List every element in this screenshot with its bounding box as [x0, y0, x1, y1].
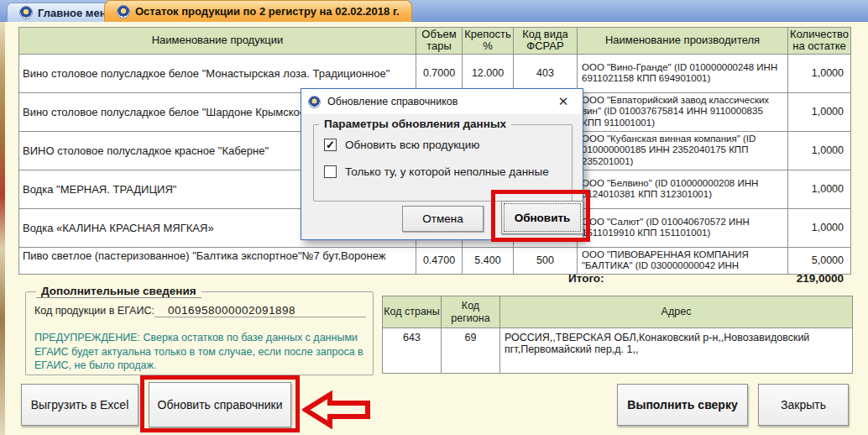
- cell-volume: 0.7000: [416, 54, 463, 92]
- checkbox-incomplete-only-row[interactable]: Только ту, у которой неполные данные: [324, 165, 549, 178]
- total-label: Итого:: [568, 272, 604, 285]
- cell-region-code: 69: [442, 328, 500, 374]
- fsrar-emblem-icon: [117, 5, 130, 18]
- cell-strength: 12.000: [463, 54, 514, 92]
- cell-quantity: 1,0000: [788, 208, 851, 247]
- checkbox-incomplete-only[interactable]: [324, 165, 337, 178]
- update-params-groupbox: Параметры обновления данных ✓ Обновить в…: [313, 124, 573, 202]
- fsrar-emblem-icon: [308, 96, 321, 108]
- col-header-product-name: Наименование продукции: [19, 28, 416, 55]
- update-directories-dialog: Обновление справочников ✕ Параметры обно…: [301, 88, 583, 240]
- dialog-update-button[interactable]: Обновить: [501, 201, 583, 234]
- total-value: 219,0000: [797, 272, 844, 285]
- dialog-title-bar[interactable]: Обновление справочников ✕: [301, 89, 583, 114]
- cell-volume: 0.4700: [416, 247, 463, 274]
- col-header-volume: Объем тары: [416, 28, 463, 55]
- checkbox-update-all-row[interactable]: ✓ Обновить всю продукцию: [324, 139, 479, 151]
- col-header-region-code: Код региона: [442, 296, 500, 328]
- fsrar-emblem-icon: [19, 6, 33, 19]
- perform-verification-button[interactable]: Выполнить сверку: [617, 384, 748, 426]
- table-row[interactable]: Вино столовое полусладкое белое "Монасты…: [19, 54, 851, 92]
- cell-producer: ООО "Евпаторийский завод классических ви…: [578, 92, 788, 131]
- dialog-cancel-button[interactable]: Отмена: [402, 206, 484, 232]
- red-left-arrow-icon: [302, 390, 371, 429]
- cell-quantity: 5,0000: [788, 247, 851, 274]
- egais-warning-text: ПРЕДУПРЕЖДЕНИЕ: Сверка остатков по базе …: [34, 331, 368, 373]
- cell-country-code: 643: [383, 328, 442, 374]
- close-button[interactable]: Закрыть: [758, 384, 849, 426]
- cell-producer: ООО "Салют" (ID 010040670572 ИНН 1511019…: [578, 208, 788, 247]
- col-header-address: Адрес: [500, 296, 853, 328]
- cell-producer: ООО "ПИВОВАРЕННАЯ КОМПАНИЯ "БАЛТИКА" (ID…: [578, 247, 788, 274]
- checkbox-update-all-label: Обновить всю продукцию: [345, 139, 479, 151]
- cell-quantity: 1,0000: [788, 170, 851, 208]
- cell-quantity: 1,0000: [788, 131, 851, 170]
- col-header-strength: Крепость %: [463, 28, 514, 55]
- cell-quantity: 1,0000: [788, 54, 851, 92]
- checkbox-incomplete-only-label: Только ту, у которой неполные данные: [345, 165, 549, 178]
- window-edge-decoration: [0, 22, 5, 435]
- cell-producer: ООО "Кубанская винная компания" (ID 0100…: [578, 131, 788, 170]
- cell-producer: ООО "Вино-Гранде" (ID 010000000248 ИНН 6…: [578, 54, 788, 92]
- col-header-quantity: Количество на остатке: [788, 28, 851, 55]
- dialog-close-icon[interactable]: ✕: [549, 90, 578, 113]
- export-excel-button[interactable]: Выгрузить в Excel: [21, 384, 139, 426]
- cell-fsrar-code: 403: [514, 54, 578, 92]
- address-table-row: 643 69 РОССИЯ,,ТВЕРСКАЯ ОБЛ,Конаковский …: [383, 328, 853, 374]
- dialog-title: Обновление справочников: [327, 96, 458, 107]
- cell-product-name: Вино столовое полусладкое белое "Монасты…: [19, 54, 416, 92]
- address-table: Код страны Код региона Адрес 643 69 РОСС…: [382, 296, 853, 374]
- cell-address: РОССИЯ,,ТВЕРСКАЯ ОБЛ,Конаковский р-н,,Но…: [500, 328, 853, 374]
- tab-register2-remainder[interactable]: Остаток продукции по 2 регистру на 02.02…: [104, 0, 412, 22]
- tab-register2-remainder-label: Остаток продукции по 2 регистру на 02.02…: [135, 5, 400, 18]
- cell-strength: 5.400: [463, 247, 514, 274]
- address-table-header-row: Код страны Код региона Адрес: [383, 296, 853, 328]
- checkbox-update-all[interactable]: ✓: [324, 139, 337, 151]
- update-params-title: Параметры обновления данных: [319, 118, 511, 130]
- cell-producer: ООО "Белвино" (ID 010000000208 ИНН 31240…: [578, 170, 788, 208]
- additional-info-groupbox: Дополнительные сведения Код продукции в …: [25, 291, 374, 375]
- table-row[interactable]: Пиво светлое (пастеризованное) "Балтика …: [19, 247, 851, 274]
- cell-product-name: Пиво светлое (пастеризованное) "Балтика …: [19, 247, 416, 274]
- egais-code-value: 0016958000002091898: [154, 304, 366, 317]
- col-header-fsrar-code: Код вида ФСРАР: [514, 28, 578, 55]
- products-table-header-row: Наименование продукции Объем тары Крепос…: [19, 28, 851, 55]
- additional-info-title: Дополнительные сведения: [36, 285, 201, 298]
- col-header-country-code: Код страны: [383, 296, 442, 328]
- refresh-directories-button[interactable]: Обновить справочники: [149, 382, 291, 427]
- cell-quantity: 1,0000: [788, 92, 851, 131]
- tab-bar: Главное меню Остаток продукции по 2 реги…: [0, 0, 868, 22]
- egais-code-row: Код продукции в ЕГАИС: 00169580000020918…: [34, 304, 366, 317]
- cell-fsrar-code: 500: [514, 247, 578, 274]
- egais-code-label: Код продукции в ЕГАИС:: [34, 305, 154, 317]
- col-header-producer: Наименование производителя: [578, 28, 788, 55]
